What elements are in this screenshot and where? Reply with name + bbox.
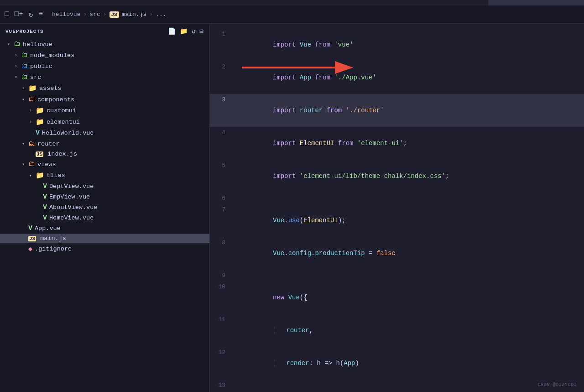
tree-label-elementui: elementui	[47, 119, 80, 125]
code-line-7: 7 Vue.use(ElementUI);	[210, 204, 584, 237]
folder-icon-customui: 📁	[36, 106, 44, 115]
code-line-4: 4 import ElementUI from 'element-ui';	[210, 127, 584, 160]
chevron-tlias: ▾	[28, 173, 33, 178]
line-num-8: 8	[210, 237, 233, 248]
tree-label-app-vue: App.vue	[35, 225, 61, 232]
tree-label-main-js: main.js	[40, 235, 66, 242]
chevron-components: ▾	[21, 97, 26, 102]
tree-label-hellovue: hellovue	[23, 41, 52, 48]
tree-item-customui[interactable]: › 📁 customui	[0, 105, 209, 116]
tree-item-assets[interactable]: › 📁 assets	[0, 83, 209, 94]
line-content-7: Vue.use(ElementUI);	[233, 204, 584, 237]
breadcrumb-src[interactable]: src	[89, 11, 100, 18]
tree-item-hellovue[interactable]: ▾ 🗂 hellovue	[0, 39, 209, 50]
line-num-1: 1	[210, 29, 233, 40]
tree-item-aboutview[interactable]: V AboutView.vue	[0, 202, 209, 213]
code-line-2: 2 import App from './App.vue'	[210, 61, 584, 94]
tree-item-elementui[interactable]: › 📁 elementui	[0, 116, 209, 128]
collapse-icon-sidebar[interactable]: ⊟	[200, 27, 204, 35]
sidebar: VUEPROJECTS 📄 📁 ↺ ⊟ ▾ 🗂 hellovue › 🗂 nod…	[0, 24, 210, 392]
tree-item-deptview[interactable]: V DeptView.vue	[0, 181, 209, 192]
tree-item-empview[interactable]: V EmpView.vue	[0, 192, 209, 202]
tree-item-views[interactable]: ▾ 🗂 views	[0, 159, 209, 170]
js-icon-index: JS	[36, 152, 43, 157]
code-line-8: 8 Vue.config.productionTip = false	[210, 237, 584, 270]
toolbar-icons: □ □+ ↻ ≡	[5, 10, 43, 19]
tree-label-assets: assets	[39, 85, 62, 92]
breadcrumb: hellovue › src › JS main.js › ...	[52, 11, 166, 18]
js-icon-main: JS	[28, 236, 36, 241]
git-icon-gitignore: ◆	[28, 245, 32, 253]
chevron-hellovue: ▾	[6, 42, 11, 47]
vue-icon-empview: V	[43, 193, 47, 201]
line-content-12: │ render: h => h(App)	[233, 347, 584, 380]
breadcrumb-project[interactable]: hellovue	[52, 11, 80, 18]
watermark: CSDN @DJZYCDJ	[537, 382, 577, 387]
line-num-5: 5	[210, 160, 233, 171]
tree-item-src[interactable]: ▾ 🗂 src	[0, 72, 209, 83]
refresh-icon[interactable]: ↻	[29, 10, 33, 19]
tree-item-gitignore[interactable]: ◆ .gitignore	[0, 243, 209, 255]
chevron-elementui: ›	[28, 120, 33, 125]
line-content-4: import ElementUI from 'element-ui';	[233, 127, 584, 160]
breadcrumb-filename[interactable]: main.js	[122, 11, 147, 18]
folder-icon-views: 🗂	[28, 160, 35, 168]
tree-item-tlias[interactable]: ▾ 📁 tlias	[0, 170, 209, 181]
code-line-1: 1 import Vue from 'vue'	[210, 28, 584, 61]
line-num-11: 11	[210, 314, 233, 325]
new-file-icon-sidebar[interactable]: 📄	[168, 27, 176, 35]
line-num-4: 4	[210, 127, 233, 138]
tree-item-public[interactable]: › 🗂 public	[0, 61, 209, 72]
line-num-2: 2	[210, 62, 233, 73]
code-line-5: 5 import 'element-ui/lib/theme-chalk/ind…	[210, 160, 584, 193]
folder-icon-public: 🗂	[21, 62, 28, 70]
tree-item-homeview[interactable]: V HomeView.vue	[0, 213, 209, 223]
line-num-9: 9	[210, 270, 233, 281]
tree-item-router[interactable]: ▾ 🗂 router	[0, 138, 209, 149]
line-num-12: 12	[210, 347, 233, 358]
code-line-13: 13 }).$mount('#app')	[210, 380, 584, 392]
tree-label-empview: EmpView.vue	[49, 193, 90, 200]
tree-item-node-modules[interactable]: › 🗂 node_modules	[0, 50, 209, 61]
code-area: 1 import Vue from 'vue' 2 import App fro…	[210, 24, 584, 392]
chevron-router: ▾	[21, 141, 26, 146]
tree-label-homeview: HomeView.vue	[49, 214, 94, 221]
tree-label-components: components	[37, 96, 74, 103]
folder-icon-components: 🗂	[28, 95, 35, 104]
folder-icon-src: 🗂	[21, 73, 28, 81]
chevron-src: ▾	[13, 74, 19, 80]
breadcrumb-more: ...	[156, 11, 166, 18]
vue-icon-aboutview: V	[43, 204, 47, 211]
new-file-icon[interactable]: □	[5, 10, 9, 19]
refresh-icon-sidebar[interactable]: ↺	[192, 27, 196, 35]
new-folder-icon-sidebar[interactable]: 📁	[180, 27, 188, 35]
line-content-5: import 'element-ui/lib/theme-chalk/index…	[233, 160, 584, 193]
sidebar-title: VUEPROJECTS	[5, 29, 44, 34]
chevron-assets: ›	[21, 86, 26, 91]
collapse-icon[interactable]: ≡	[38, 10, 43, 19]
line-content-11: │ router,	[233, 314, 584, 347]
vue-icon-app: V	[28, 225, 32, 232]
chevron-public: ›	[13, 64, 19, 69]
tree-label-node-modules: node_modules	[30, 52, 74, 59]
folder-icon-tlias: 📁	[36, 171, 44, 180]
line-num-7: 7	[210, 204, 233, 215]
folder-icon-router: 🗂	[28, 140, 35, 148]
line-content-6	[233, 193, 584, 204]
tree-item-components[interactable]: ▾ 🗂 components	[0, 94, 209, 105]
vue-icon-homeview: V	[43, 214, 47, 222]
line-content-1: import Vue from 'vue'	[233, 28, 584, 61]
code-line-9: 9	[210, 270, 584, 281]
new-folder-icon[interactable]: □+	[15, 10, 23, 19]
tree-label-index-js: index.js	[47, 151, 77, 157]
tree-label-aboutview: AboutView.vue	[49, 204, 97, 211]
breadcrumb-js-badge: JS	[110, 11, 119, 18]
tree-item-index-js[interactable]: JS index.js	[0, 149, 209, 159]
code-line-6: 6	[210, 193, 584, 204]
line-num-13: 13	[210, 380, 233, 391]
tree-item-app-vue[interactable]: V App.vue	[0, 223, 209, 234]
tree-label-customui: customui	[47, 107, 76, 114]
vue-icon-deptview: V	[43, 183, 47, 190]
tree-item-main-js[interactable]: JS main.js	[0, 234, 209, 243]
tree-item-helloworld[interactable]: V HelloWorld.vue	[0, 128, 209, 138]
